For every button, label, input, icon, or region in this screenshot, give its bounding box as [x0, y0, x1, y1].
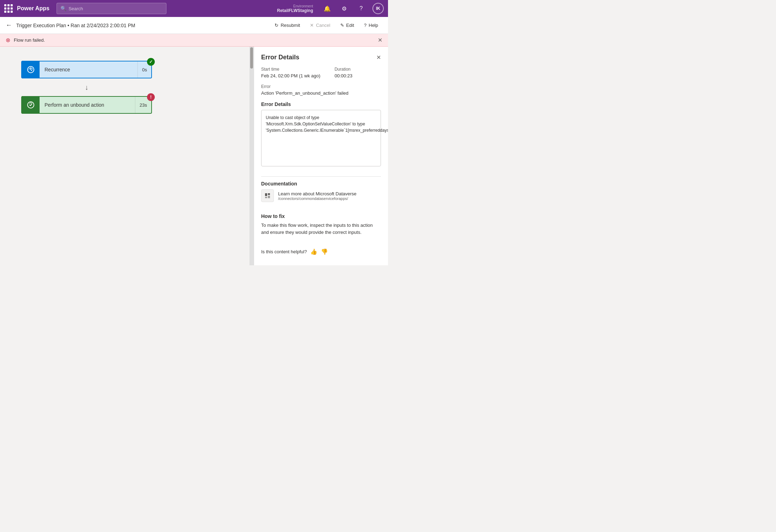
back-button[interactable]: ← [6, 22, 12, 29]
svg-rect-5 [265, 197, 267, 198]
resubmit-label: Resubmit [281, 23, 300, 28]
documentation-heading: Documentation [261, 181, 381, 187]
recurrence-success-badge: ✓ [147, 58, 155, 66]
start-time-section: Start time Feb 24, 02:00 PM (1 wk ago) [261, 67, 321, 78]
thumbs-up-button[interactable]: 👍 [310, 248, 317, 255]
helpful-row: Is this content helpful? 👍 👎 [261, 248, 381, 255]
error-banner: ⊗ Flow run failed. ✕ [0, 34, 388, 47]
thumbs-down-button[interactable]: 👎 [321, 248, 328, 255]
panel-close-button[interactable]: ✕ [376, 54, 381, 61]
search-icon: 🔍 [60, 6, 66, 11]
time-row: Start time Feb 24, 02:00 PM (1 wk ago) D… [261, 67, 381, 84]
helpful-question: Is this content helpful? [261, 249, 307, 254]
duration-section: Duration 00:00:23 [335, 67, 353, 78]
divider-1 [261, 176, 381, 177]
resubmit-icon: ↻ [275, 23, 278, 28]
edit-button[interactable]: ✎ Edit [336, 20, 358, 30]
recurrence-node[interactable]: Recurrence 0s ✓ [21, 61, 152, 78]
svg-rect-3 [268, 193, 270, 195]
how-to-fix-text: To make this flow work, inspect the inpu… [261, 222, 381, 236]
doc-link[interactable]: Learn more about Microsoft Dataverse /co… [261, 189, 381, 202]
duration-value: 00:00:23 [335, 73, 353, 78]
panel-header: Error Details ✕ [261, 54, 381, 61]
action-error-badge: ! [147, 93, 155, 101]
how-to-fix-section: How to fix To make this flow work, inspe… [261, 213, 381, 236]
avatar[interactable]: IK [372, 3, 384, 14]
main-area: Recurrence 0s ✓ ↓ Perform an unbound act… [0, 47, 388, 265]
help-label: Help [369, 23, 378, 28]
brand-label: Power Apps [17, 5, 49, 12]
edit-label: Edit [346, 23, 354, 28]
start-time-value: Feb 24, 02:00 PM (1 wk ago) [261, 73, 321, 78]
resubmit-button[interactable]: ↻ Resubmit [270, 20, 304, 30]
settings-icon[interactable]: ⚙ [339, 3, 350, 14]
notification-icon[interactable]: 🔔 [322, 3, 333, 14]
action-icon-area [22, 96, 40, 114]
environment-selector[interactable]: Environment RetailFLWStaging [277, 4, 313, 13]
canvas-area: Recurrence 0s ✓ ↓ Perform an unbound act… [0, 47, 254, 265]
perform-action-node[interactable]: Perform an unbound action 23s ! [21, 96, 152, 114]
top-nav: Power Apps 🔍 Environment RetailFLWStagin… [0, 0, 388, 17]
canvas-content: Recurrence 0s ✓ ↓ Perform an unbound act… [0, 47, 254, 128]
nav-icons: 🔔 ⚙ ? IK [322, 3, 384, 14]
flow-arrow: ↓ [21, 78, 152, 96]
error-details-panel: Error Details ✕ Start time Feb 24, 02:00… [254, 47, 388, 265]
search-input[interactable] [69, 6, 163, 11]
environment-name: RetailFLWStaging [277, 8, 313, 13]
error-details-heading: Error Details [261, 101, 381, 107]
edit-icon: ✎ [340, 23, 344, 28]
doc-link-url: /connectors/commondataserviceforapps/ [278, 196, 357, 201]
page-title: Trigger Execution Plan • Ran at 2/24/202… [16, 23, 135, 28]
action-icon [27, 101, 35, 109]
recurrence-icon-area [22, 61, 40, 78]
error-details-box: Unable to cast object of type 'Microsoft… [261, 110, 381, 166]
search-box[interactable]: 🔍 [57, 3, 166, 14]
error-section: Error Action 'Perform_an_unbound_action'… [261, 84, 381, 96]
scrollbar-thumb [250, 47, 253, 69]
environment-label: Environment [293, 4, 313, 8]
documentation-section: Documentation Learn more about Microsoft… [261, 181, 381, 208]
error-banner-message: Flow run failed. [14, 37, 45, 43]
cancel-label: Cancel [316, 23, 330, 28]
banner-close-button[interactable]: ✕ [378, 37, 382, 43]
action-label: Perform an unbound action [40, 102, 135, 108]
svg-rect-4 [268, 196, 270, 198]
sub-header: ← Trigger Execution Plan • Ran at 2/24/2… [0, 17, 388, 34]
dataverse-doc-icon [261, 189, 274, 202]
start-time-label: Start time [261, 67, 321, 72]
how-to-fix-heading: How to fix [261, 213, 381, 219]
error-label: Error [261, 84, 381, 89]
doc-link-text: Learn more about Microsoft Dataverse [278, 191, 357, 196]
error-circle-icon: ⊗ [6, 37, 10, 43]
canvas-scrollbar[interactable] [249, 47, 254, 265]
cancel-icon: ✕ [310, 23, 314, 28]
error-value: Action 'Perform_an_unbound_action' faile… [261, 90, 381, 96]
help-button[interactable]: ? Help [360, 20, 382, 30]
svg-rect-2 [265, 193, 267, 196]
panel-title: Error Details [261, 54, 299, 61]
help-icon[interactable]: ? [355, 3, 367, 14]
doc-link-info: Learn more about Microsoft Dataverse /co… [278, 191, 357, 201]
cancel-button[interactable]: ✕ Cancel [306, 20, 334, 30]
app-grid-icon[interactable] [4, 4, 13, 13]
error-details-section: Error Details Unable to cast object of t… [261, 101, 381, 166]
sub-actions: ↻ Resubmit ✕ Cancel ✎ Edit ? Help [270, 20, 382, 30]
help-circle-icon: ? [364, 23, 366, 28]
recurrence-label: Recurrence [40, 67, 137, 72]
recurrence-icon [27, 65, 35, 74]
duration-label: Duration [335, 67, 353, 72]
